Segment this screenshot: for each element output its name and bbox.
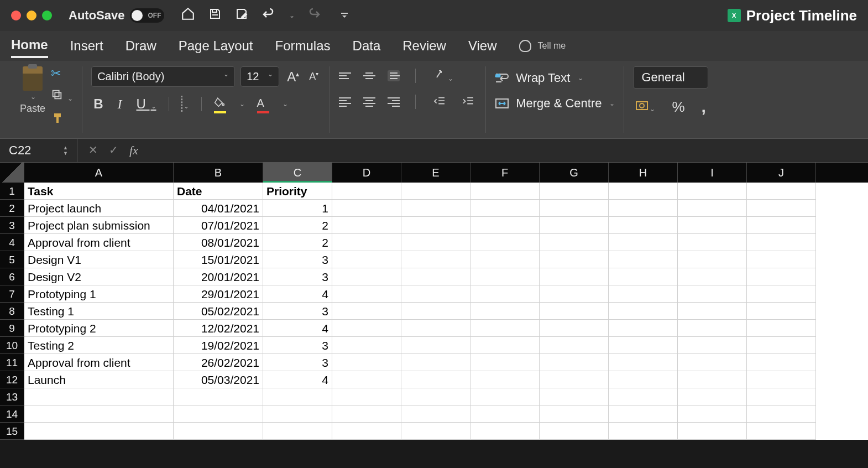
cell-F7[interactable] [470, 285, 540, 303]
cell-A9[interactable]: Prototyping 2 [24, 320, 174, 337]
cell-E4[interactable] [401, 234, 470, 251]
cell-F11[interactable] [470, 354, 540, 371]
cell-G9[interactable] [540, 320, 609, 337]
tab-formulas[interactable]: Formulas [275, 35, 331, 57]
cell-C14[interactable] [263, 405, 332, 423]
name-box-arrows-icon[interactable]: ▲▼ [63, 145, 68, 156]
edit-icon[interactable] [235, 7, 248, 24]
cell-D14[interactable] [332, 405, 401, 423]
cell-I7[interactable] [678, 285, 747, 303]
font-size-select[interactable]: 12 ⌄ [240, 66, 279, 87]
row-header-9[interactable]: 9 [0, 320, 24, 337]
cell-I6[interactable] [678, 268, 747, 285]
cell-A12[interactable]: Launch [24, 371, 174, 388]
cell-C6[interactable]: 3 [263, 268, 332, 285]
cancel-formula-icon[interactable]: ✕ [88, 143, 98, 158]
cell-E7[interactable] [401, 285, 470, 303]
cell-I2[interactable] [678, 200, 747, 217]
cell-C9[interactable]: 4 [263, 320, 332, 337]
qat-customize-icon[interactable] [340, 8, 349, 23]
close-window-button[interactable] [11, 11, 21, 20]
row-header-13[interactable]: 13 [0, 388, 24, 405]
cell-I4[interactable] [678, 234, 747, 251]
undo-icon[interactable] [262, 7, 275, 24]
tab-home[interactable]: Home [11, 34, 48, 58]
cell-I5[interactable] [678, 251, 747, 268]
cell-D2[interactable] [332, 200, 401, 217]
fx-icon[interactable]: fx [129, 143, 138, 158]
merge-centre-button[interactable]: Merge & Centre ⌄ [495, 96, 615, 111]
cell-B13[interactable] [174, 388, 263, 405]
cell-J13[interactable] [747, 388, 816, 405]
autosave-switch[interactable]: OFF [130, 8, 164, 23]
save-icon[interactable] [208, 7, 222, 24]
cell-I15[interactable] [678, 423, 747, 440]
cell-D1[interactable] [332, 183, 401, 200]
name-box[interactable]: C22 ▲▼ [0, 139, 77, 162]
cell-A3[interactable]: Project plan submission [24, 217, 174, 234]
cell-B4[interactable]: 08/01/2021 [174, 234, 263, 251]
fill-color-button[interactable] [212, 93, 228, 115]
bold-button[interactable]: B [91, 95, 105, 113]
cell-I14[interactable] [678, 405, 747, 423]
border-button[interactable]: ⌄ [179, 95, 191, 113]
cell-J1[interactable] [747, 183, 816, 200]
redo-icon[interactable] [308, 7, 321, 24]
cell-B2[interactable]: 04/01/2021 [174, 200, 263, 217]
cell-B10[interactable]: 19/02/2021 [174, 337, 263, 354]
cell-H13[interactable] [609, 388, 678, 405]
cell-H3[interactable] [609, 217, 678, 234]
tab-view[interactable]: View [468, 35, 497, 57]
currency-icon[interactable]: ⌄ [633, 98, 657, 116]
align-right-icon[interactable] [388, 97, 400, 107]
cell-A1[interactable]: Task [24, 183, 174, 200]
column-header-J[interactable]: J [747, 163, 816, 183]
cell-H6[interactable] [609, 268, 678, 285]
paste-button[interactable]: ⌄ Paste [20, 66, 45, 115]
cell-E12[interactable] [401, 371, 470, 388]
cell-E9[interactable] [401, 320, 470, 337]
row-header-7[interactable]: 7 [0, 285, 24, 303]
cell-J9[interactable] [747, 320, 816, 337]
cell-D10[interactable] [332, 337, 401, 354]
cell-A13[interactable] [24, 388, 174, 405]
cell-E3[interactable] [401, 217, 470, 234]
cell-D9[interactable] [332, 320, 401, 337]
cell-G1[interactable] [540, 183, 609, 200]
cell-A14[interactable] [24, 405, 174, 423]
cell-I10[interactable] [678, 337, 747, 354]
cell-F15[interactable] [470, 423, 540, 440]
cell-I3[interactable] [678, 217, 747, 234]
cell-D5[interactable] [332, 251, 401, 268]
cell-C10[interactable]: 3 [263, 337, 332, 354]
cell-G4[interactable] [540, 234, 609, 251]
column-header-G[interactable]: G [540, 163, 609, 183]
cell-F13[interactable] [470, 388, 540, 405]
cell-C8[interactable]: 3 [263, 303, 332, 320]
cell-F8[interactable] [470, 303, 540, 320]
cell-F14[interactable] [470, 405, 540, 423]
cell-C5[interactable]: 3 [263, 251, 332, 268]
column-header-E[interactable]: E [401, 163, 470, 183]
column-header-D[interactable]: D [332, 163, 401, 183]
cell-B9[interactable]: 12/02/2021 [174, 320, 263, 337]
wrap-text-button[interactable]: ab Wrap Text ⌄ [495, 71, 615, 85]
cell-J2[interactable] [747, 200, 816, 217]
cell-H7[interactable] [609, 285, 678, 303]
cell-E2[interactable] [401, 200, 470, 217]
decrease-indent-icon[interactable] [431, 93, 448, 111]
column-header-H[interactable]: H [609, 163, 678, 183]
cell-G5[interactable] [540, 251, 609, 268]
cell-F9[interactable] [470, 320, 540, 337]
cell-J11[interactable] [747, 354, 816, 371]
cell-E13[interactable] [401, 388, 470, 405]
align-bottom-icon[interactable] [388, 70, 400, 81]
cell-A10[interactable]: Testing 2 [24, 337, 174, 354]
row-header-4[interactable]: 4 [0, 234, 24, 251]
cell-D4[interactable] [332, 234, 401, 251]
formula-input[interactable] [149, 139, 868, 162]
cell-D12[interactable] [332, 371, 401, 388]
cell-C1[interactable]: Priority [263, 183, 332, 200]
cell-B6[interactable]: 20/01/2021 [174, 268, 263, 285]
align-middle-icon[interactable] [363, 72, 375, 79]
